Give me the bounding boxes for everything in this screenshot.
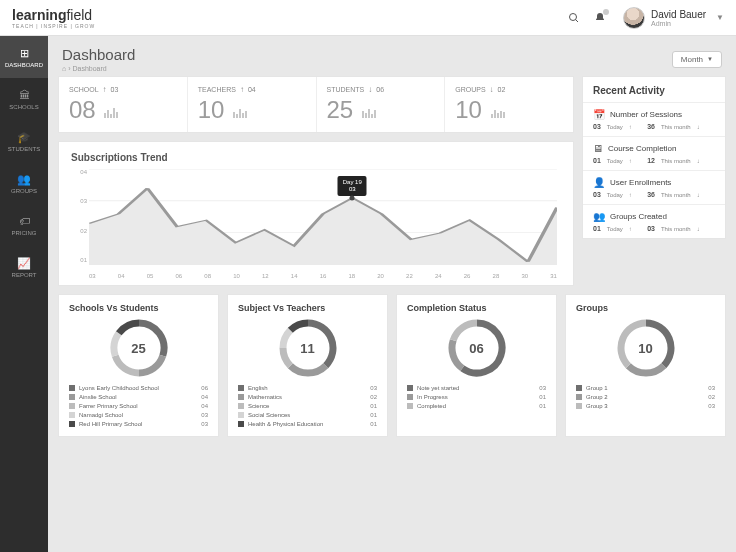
- svg-line-1: [576, 19, 579, 22]
- legend-name: Group 3: [586, 403, 608, 409]
- kpi-value: 25: [327, 96, 354, 124]
- sidebar-item-groups[interactable]: 👥GROUPS: [0, 162, 48, 204]
- chart-icon: 📈: [17, 256, 31, 270]
- activity-item[interactable]: 📅Number of Sessions03 Today ↑ 36 This mo…: [583, 102, 725, 136]
- brand-tag: TEACH | INSPIRE | GROW: [12, 23, 95, 29]
- svg-point-0: [570, 13, 577, 20]
- notifications-icon[interactable]: [589, 7, 611, 29]
- activity-name: User Enrollments: [610, 178, 671, 187]
- legend-name: Group 2: [586, 394, 608, 400]
- kpi-label: STUDENTS: [327, 86, 365, 93]
- x-axis: 0304050608101214161820222426283031: [89, 273, 557, 279]
- donut-chart[interactable]: 25: [110, 319, 168, 377]
- legend-value: 01: [539, 394, 546, 400]
- legend-value: 03: [708, 385, 715, 391]
- activity-item[interactable]: 👤User Enrollments03 Today ↑ 36 This mont…: [583, 170, 725, 204]
- sidebar-label: DASHBOARD: [5, 62, 43, 68]
- search-icon[interactable]: [563, 7, 585, 29]
- legend-value: 03: [370, 385, 377, 391]
- activity-icon: 🖥: [593, 143, 603, 154]
- sparkline: [233, 109, 247, 118]
- brand-bold: learning: [12, 7, 66, 23]
- avatar: [623, 7, 645, 29]
- legend-value: 04: [201, 394, 208, 400]
- arrow-down-icon: ↓: [490, 85, 494, 94]
- student-icon: 🎓: [17, 130, 31, 144]
- sidebar-item-report[interactable]: 📈REPORT: [0, 246, 48, 288]
- kpi-delta: 04: [248, 86, 256, 93]
- home-icon[interactable]: ⌂: [62, 65, 66, 72]
- logo[interactable]: learningfield TEACH | INSPIRE | GROW: [12, 7, 95, 29]
- user-menu[interactable]: David Bauer Admin ▼: [623, 7, 724, 29]
- legend-value: 02: [370, 394, 377, 400]
- trend-chart[interactable]: 04030201 Day 1903 030405060810121416182: [71, 169, 561, 279]
- donut-card: Schools Vs Students25Lyons Early Childho…: [58, 294, 219, 437]
- legend-item: Mathematics02: [238, 392, 377, 401]
- donut-card: Groups10Group 103Group 202Group 303: [565, 294, 726, 437]
- sidebar-item-students[interactable]: 🎓STUDENTS: [0, 120, 48, 162]
- kpi-label: SCHOOL: [69, 86, 99, 93]
- donut-chart[interactable]: 11: [279, 319, 337, 377]
- activity-item[interactable]: 🖥Course Completion01 Today ↑ 12 This mon…: [583, 136, 725, 170]
- legend-item: Red Hill Primary School03: [69, 419, 208, 428]
- donut-title: Schools Vs Students: [69, 303, 208, 313]
- legend-value: 03: [708, 403, 715, 409]
- kpi-value: 10: [455, 96, 482, 124]
- activity-icon: 📅: [593, 109, 605, 120]
- legend: Lyons Early Childhood School06Ainslie Sc…: [69, 383, 208, 428]
- breadcrumb: ⌂ › Dashboard: [62, 65, 135, 72]
- legend-item: Group 103: [576, 383, 715, 392]
- legend-item: Completed01: [407, 401, 546, 410]
- legend-item: Lyons Early Childhood School06: [69, 383, 208, 392]
- legend-value: 01: [370, 412, 377, 418]
- sparkline: [362, 109, 376, 118]
- donut-title: Completion Status: [407, 303, 546, 313]
- legend-value: 06: [201, 385, 208, 391]
- legend-item: Namadgi School03: [69, 410, 208, 419]
- activity-card: Recent Activity 📅Number of Sessions03 To…: [582, 76, 726, 239]
- arrow-down-icon: ↓: [368, 85, 372, 94]
- legend-name: English: [248, 385, 268, 391]
- activity-name: Number of Sessions: [610, 110, 682, 119]
- legend-value: 01: [539, 403, 546, 409]
- sidebar-item-schools[interactable]: 🏛SCHOOLS: [0, 78, 48, 120]
- sidebar-label: REPORT: [12, 272, 37, 278]
- legend-name: Health & Physical Education: [248, 421, 323, 427]
- activity-name: Course Completion: [608, 144, 676, 153]
- sparkline: [491, 110, 505, 118]
- grid-icon: ⊞: [17, 46, 31, 60]
- period-select[interactable]: Month▼: [672, 51, 722, 68]
- user-name: David Bauer: [651, 9, 706, 20]
- legend-name: Mathematics: [248, 394, 282, 400]
- legend: Note yet started03In Progress01Completed…: [407, 383, 546, 410]
- sidebar-item-dashboard[interactable]: ⊞DASHBOARD: [0, 36, 48, 78]
- legend-name: Red Hill Primary School: [79, 421, 142, 427]
- kpi-label: TEACHERS: [198, 86, 236, 93]
- donut-center: 25: [110, 319, 168, 377]
- sidebar-label: SCHOOLS: [9, 104, 38, 110]
- sidebar-label: STUDENTS: [8, 146, 40, 152]
- donut-chart[interactable]: 06: [448, 319, 506, 377]
- legend-item: Farrer Primary School04: [69, 401, 208, 410]
- sidebar-item-pricing[interactable]: 🏷PRICING: [0, 204, 48, 246]
- donut-center: 10: [617, 319, 675, 377]
- activity-icon: 👥: [593, 211, 605, 222]
- legend-name: Farrer Primary School: [79, 403, 138, 409]
- kpi-school: SCHOOL↑03 08: [59, 77, 188, 132]
- kpi-delta: 06: [376, 86, 384, 93]
- activity-icon: 👤: [593, 177, 605, 188]
- activity-item[interactable]: 👥Groups Created01 Today ↑ 03 This month …: [583, 204, 725, 238]
- chart-point: [350, 195, 355, 200]
- chart-tooltip: Day 1903: [338, 176, 367, 196]
- donut-card: Subject Vs Teachers11English03Mathematic…: [227, 294, 388, 437]
- legend-name: Social Sciences: [248, 412, 290, 418]
- legend-item: Health & Physical Education01: [238, 419, 377, 428]
- legend-value: 03: [539, 385, 546, 391]
- chevron-down-icon: ▼: [716, 13, 724, 22]
- y-axis: 04030201: [71, 169, 87, 265]
- legend-item: In Progress01: [407, 392, 546, 401]
- legend-value: 02: [708, 394, 715, 400]
- trend-title: Subscriptions Trend: [71, 152, 561, 163]
- legend-name: Note yet started: [417, 385, 459, 391]
- donut-chart[interactable]: 10: [617, 319, 675, 377]
